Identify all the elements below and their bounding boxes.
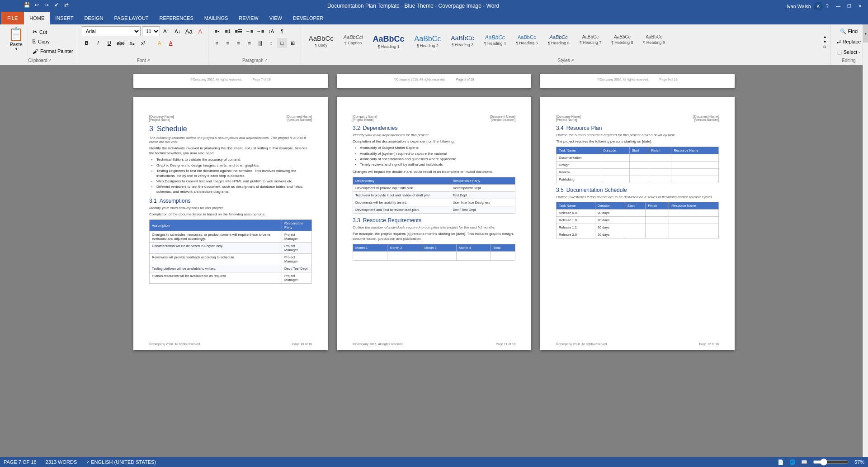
month2-header: Month 2 — [387, 244, 422, 252]
bullet-item: Technical Editors to validate the accura… — [156, 157, 312, 162]
clear-format-button[interactable]: Aa — [184, 26, 194, 36]
page-right: [Company Name] [Project Name] [Document … — [540, 97, 735, 350]
tab-mailings[interactable]: MAILINGS — [199, 12, 234, 24]
table-row: Release 2.020 days — [557, 231, 719, 238]
redo-icon[interactable]: ↪ — [42, 1, 51, 9]
font-expand-icon[interactable]: ↗ — [147, 58, 150, 62]
style-heading7[interactable]: AaBbCc ¶ Heading 7 — [576, 32, 605, 52]
text-effects-button[interactable]: A — [195, 26, 205, 36]
align-center-button[interactable]: ≡ — [223, 38, 233, 48]
paste-button[interactable]: 📋 Paste ▾ — [5, 26, 28, 57]
customize-icon[interactable]: ⇄ — [62, 1, 71, 9]
grow-font-button[interactable]: A↑ — [161, 26, 171, 36]
user-info: Ivan Walsh K — [787, 2, 823, 11]
style-heading5[interactable]: AaBbCc ¶ Heading 5 — [512, 32, 542, 52]
style-heading6[interactable]: AaBbCc ¶ Heading 6 — [543, 32, 573, 52]
document-area[interactable]: ©Company 2016. All rights reserved. Page… — [0, 65, 868, 467]
tab-view[interactable]: VIEW — [264, 12, 288, 24]
styles-expand-icon[interactable]: ↗ — [571, 58, 574, 62]
style-heading6-label: ¶ Heading 6 — [547, 41, 569, 45]
tab-file[interactable]: FILE — [1, 12, 24, 24]
tab-insert[interactable]: INSERT — [50, 12, 79, 24]
select-button[interactable]: ⬚ Select - — [835, 48, 863, 57]
minimize-btn[interactable]: — — [834, 1, 843, 10]
replace-button[interactable]: ⇄ Replace — [834, 38, 863, 46]
text-highlight-button[interactable]: A — [155, 38, 165, 48]
font-size-select[interactable]: 11 — [142, 26, 160, 36]
undo-icon[interactable]: ↩ — [33, 1, 41, 9]
style-caption-label: ¶ Caption — [344, 41, 362, 45]
view-print-icon[interactable]: 📄 — [778, 459, 784, 465]
line-spacing-button[interactable]: ↕ — [266, 38, 276, 48]
decrease-indent-button[interactable]: ←≡ — [245, 26, 255, 36]
user-initial: K — [814, 2, 823, 11]
style-caption[interactable]: AaBbCcl ¶ Caption — [340, 32, 367, 52]
styles-more-button[interactable]: ⊡ — [823, 44, 827, 49]
view-read-icon[interactable]: 📖 — [801, 459, 807, 465]
multilevel-button[interactable]: ≡☰ — [234, 26, 244, 36]
section-32-intro: Identify your main dependencies for this… — [353, 133, 515, 137]
superscript-button[interactable]: x² — [138, 38, 148, 48]
style-heading4[interactable]: AaBbCc ¶ Heading 4 — [480, 32, 510, 52]
table-row: Test team to provide input and review of… — [353, 191, 515, 199]
page-mid: [Company Name] [Project Name] [Document … — [337, 97, 531, 350]
copy-icon: ⎘ — [33, 38, 36, 45]
section-33-intro: Outline the number of individuals requir… — [353, 225, 515, 229]
increase-indent-button[interactable]: →≡ — [255, 26, 265, 36]
borders-button[interactable]: ⊞ — [288, 38, 298, 48]
style-heading8[interactable]: AaBbCc ¶ Heading 8 — [607, 32, 637, 52]
style-heading3[interactable]: AaBbCc ¶ Heading 3 — [447, 32, 478, 52]
section-31-heading: 3.1 Assumptions — [149, 198, 312, 204]
styles-scroll-down[interactable]: ▼ — [823, 39, 827, 44]
check-icon[interactable]: ✔ — [52, 1, 61, 9]
shading-button[interactable]: □ — [277, 38, 287, 48]
sort-button[interactable]: ↕A — [266, 26, 276, 36]
sidebar-expand-handle[interactable]: ▸ — [863, 24, 868, 43]
tab-review[interactable]: REVIEW — [233, 12, 264, 24]
save-icon[interactable]: 💾 — [23, 1, 31, 9]
paragraph-expand-icon[interactable]: ↗ — [264, 58, 268, 62]
font-label: Font ↗ — [137, 58, 150, 63]
format-painter-button[interactable]: 🖌 Format Painter — [31, 48, 75, 55]
justify-button[interactable]: ≡ — [245, 38, 255, 48]
cut-button[interactable]: ✂ Cut — [31, 28, 75, 36]
align-right-button[interactable]: ≡ — [234, 38, 244, 48]
tab-developer[interactable]: DEVELOPER — [288, 12, 329, 24]
bold-button[interactable]: B — [82, 38, 92, 48]
tab-references[interactable]: REFERENCES — [154, 12, 199, 24]
tab-page-layout[interactable]: PAGE LAYOUT — [109, 12, 154, 24]
tab-home[interactable]: HOME — [24, 12, 50, 24]
show-hide-button[interactable]: ¶ — [277, 26, 287, 36]
style-body[interactable]: AaBbCc ¶ Body — [305, 32, 338, 52]
help-btn[interactable]: ? — [823, 1, 832, 10]
page-right-footer: ©Company 2016. All rights reserved. Page… — [556, 343, 719, 346]
font-name-select[interactable]: Arial — [82, 26, 141, 36]
italic-button[interactable]: I — [93, 38, 103, 48]
copy-button[interactable]: ⎘ Copy — [31, 38, 75, 45]
clipboard-content: 📋 Paste ▾ ✂ Cut ⎘ Copy 🖌 Format Painter — [5, 26, 75, 57]
page-right-header: [Company Name] [Project Name] [Document … — [556, 115, 719, 121]
window-title: Documentation Plan Template - Blue Theme… — [4, 3, 823, 9]
columns-button[interactable]: ||| — [255, 38, 265, 48]
strikethrough-button[interactable]: abc — [116, 38, 126, 48]
shrink-font-button[interactable]: A↓ — [173, 26, 183, 36]
clipboard-expand-icon[interactable]: ↗ — [48, 58, 52, 62]
maximize-btn[interactable]: ❐ — [844, 1, 854, 10]
align-left-button[interactable]: ≡ — [212, 38, 222, 48]
style-heading1[interactable]: AaBbCc ¶ Heading 1 — [369, 32, 409, 52]
find-button[interactable]: 🔍 Find — [837, 27, 860, 36]
zoom-slider[interactable] — [813, 460, 849, 464]
subscript-button[interactable]: x₂ — [127, 38, 137, 48]
spell-check-icon[interactable]: ✓ ENGLISH (UNITED STATES) — [86, 459, 156, 465]
font-color-button[interactable]: A — [166, 38, 176, 48]
styles-scroll-up[interactable]: ▲ — [823, 34, 827, 39]
numbering-button[interactable]: ≡1 — [223, 26, 233, 36]
style-heading9[interactable]: AaBbCc ¶ Heading 9 — [639, 32, 669, 52]
bullets-button[interactable]: ≡• — [212, 26, 222, 36]
view-web-icon[interactable]: 🌐 — [789, 459, 796, 465]
tab-design[interactable]: DESIGN — [79, 12, 108, 24]
underline-button[interactable]: U — [104, 38, 114, 48]
style-heading2[interactable]: AaBbCc ¶ Heading 2 — [410, 32, 445, 52]
style-heading8-preview: AaBbCc — [614, 34, 631, 40]
close-btn[interactable]: ✕ — [855, 1, 864, 10]
